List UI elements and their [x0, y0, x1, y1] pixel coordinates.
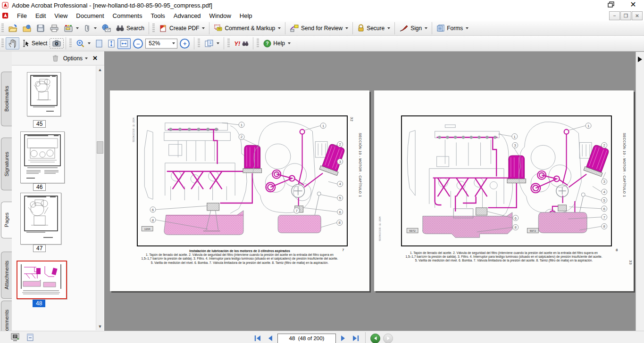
statusbar-separator: [365, 332, 366, 343]
tab-attachments[interactable]: Attachments: [1, 252, 12, 299]
menu-view[interactable]: View: [50, 11, 72, 20]
zoom-in-button[interactable]: +: [177, 37, 192, 50]
select-tool-button[interactable]: Select: [19, 38, 50, 49]
tab-bookmarks[interactable]: Bookmarks: [1, 72, 12, 126]
email-button[interactable]: [99, 23, 113, 34]
print-button[interactable]: [47, 23, 61, 34]
zoom-in-magnifier-icon: [76, 39, 85, 48]
single-page-view-icon[interactable]: [26, 333, 34, 342]
hand-tool-button[interactable]: [6, 37, 19, 49]
toolbar-grip[interactable]: [198, 39, 200, 48]
document-close-button[interactable]: ✕: [632, 11, 643, 20]
next-view-button[interactable]: [383, 334, 393, 343]
forms-button[interactable]: Forms: [434, 23, 471, 33]
tab-pages[interactable]: Pages: [1, 202, 12, 238]
attach-caret-icon: [94, 27, 97, 29]
save-button[interactable]: [34, 23, 47, 34]
thumb-label-46[interactable]: 46: [33, 183, 46, 191]
toolbar-grip[interactable]: [69, 39, 72, 48]
email-globe-icon: [101, 24, 111, 33]
previous-view-button[interactable]: [370, 334, 380, 343]
zoom-tool-caret-icon: [88, 42, 91, 44]
thumbnails-scrollbar[interactable]: ▲ ▼: [96, 66, 104, 330]
search-button[interactable]: Search: [113, 23, 147, 33]
page-number-field[interactable]: [277, 334, 336, 343]
actual-size-button[interactable]: [93, 38, 105, 49]
page-layout-button[interactable]: 1: [202, 38, 222, 49]
send-for-review-button[interactable]: Send for Review: [287, 23, 351, 33]
organizer-button[interactable]: [61, 23, 81, 34]
snapshot-camera-icon: [52, 40, 61, 47]
scroll-up-icon[interactable]: ▲: [97, 66, 103, 73]
last-page-button[interactable]: [351, 334, 360, 343]
svg-text:1: 1: [514, 135, 516, 139]
figure-number: 8: [616, 248, 618, 252]
page-thumbnail-47[interactable]: [20, 193, 61, 245]
tab-bookmarks-label: Bookmarks: [4, 86, 9, 112]
attach-button[interactable]: [81, 23, 99, 34]
fit-width-button[interactable]: [117, 38, 131, 49]
figure-box-right: 1 3 6 8 1 2 3 4 5 6 7: [401, 115, 612, 246]
zoom-level-input[interactable]: [148, 40, 167, 47]
close-window-button[interactable]: ✕: [629, 0, 637, 9]
menu-advanced[interactable]: Advanced: [169, 11, 205, 20]
pen-icon: [399, 24, 409, 32]
tab-signatures[interactable]: Signatures: [1, 138, 12, 190]
menu-window[interactable]: Window: [205, 11, 235, 20]
thumb-label-45[interactable]: 45: [33, 120, 46, 128]
zoom-out-button[interactable]: –: [131, 37, 145, 50]
zoom-level-combo[interactable]: [145, 39, 177, 49]
thumb-label-47[interactable]: 47: [33, 245, 46, 252]
scrollbar-thumb[interactable]: [97, 141, 103, 154]
caption-line: 5. Varilla de medición del nivel. 6. Bom…: [151, 261, 329, 264]
first-page-button[interactable]: [253, 334, 262, 343]
pdf-page-left[interactable]: 1 2 6 8 1 2 3 4 5 6 7: [110, 90, 369, 291]
toolbar-grip[interactable]: [1, 39, 4, 48]
sign-label: Sign: [410, 25, 422, 32]
menu-edit[interactable]: Edit: [31, 11, 50, 20]
document-minimize-button[interactable]: –: [609, 11, 620, 20]
help-button[interactable]: ? Help: [261, 38, 293, 49]
next-page-button[interactable]: [339, 334, 348, 343]
pdf-page-right[interactable]: 1 3 6 8 1 2 3 4 5 6 7: [374, 90, 634, 291]
toolbar-grip[interactable]: [227, 39, 230, 48]
page-size-icon[interactable]: [10, 333, 20, 342]
fit-page-button[interactable]: [105, 38, 117, 49]
toolbar-grip[interactable]: [1, 24, 4, 33]
close-panel-button[interactable]: ✕: [92, 55, 98, 62]
previous-page-button[interactable]: [265, 334, 275, 343]
options-menu-button[interactable]: Options: [63, 55, 88, 62]
document-restore-button[interactable]: ❐: [620, 11, 631, 20]
fit-page-icon: [108, 39, 115, 48]
page-thumbnail-48[interactable]: [17, 261, 67, 299]
snapshot-tool-button[interactable]: [50, 38, 64, 49]
yim-button[interactable]: Y!: [232, 39, 251, 49]
delete-page-icon[interactable]: [52, 55, 59, 62]
menu-comments[interactable]: Comments: [109, 11, 147, 20]
open-button[interactable]: [6, 23, 20, 34]
create-pdf-button[interactable]: Create PDF: [157, 23, 207, 34]
sign-button[interactable]: Sign: [397, 23, 430, 33]
print-code: 503.54.373.00 - 11 - 2004: [133, 118, 135, 142]
expand-pane-arrow-icon[interactable]: [638, 57, 642, 62]
toolbar-grip[interactable]: [152, 24, 155, 33]
page-thumbnail-46[interactable]: [20, 131, 65, 183]
secure-button[interactable]: Secure: [355, 23, 393, 33]
menu-file[interactable]: File: [13, 11, 31, 20]
menu-tools[interactable]: Tools: [146, 11, 169, 20]
toolbar-separator: [149, 22, 149, 34]
toolbar-separator: [432, 22, 432, 34]
thumbnail-46-image: [21, 132, 64, 183]
comment-markup-button[interactable]: Comment & Markup: [211, 23, 283, 33]
menu-document[interactable]: Document: [72, 11, 108, 20]
menu-help[interactable]: Help: [235, 11, 257, 20]
zoom-tool-button[interactable]: [74, 38, 93, 49]
page-navigation: [253, 332, 393, 343]
thumb-label-48[interactable]: 48: [33, 300, 45, 307]
scroll-down-icon[interactable]: ▼: [97, 323, 103, 330]
restore-window-button[interactable]: [608, 1, 615, 8]
toolbar-grip[interactable]: [257, 39, 259, 48]
page-thumbnail-45[interactable]: [27, 72, 61, 116]
open-web-button[interactable]: [20, 23, 34, 34]
section-vertical-text: SECCIÓN 10 - MOTOR - CAPÍTULO 1: [359, 133, 362, 197]
